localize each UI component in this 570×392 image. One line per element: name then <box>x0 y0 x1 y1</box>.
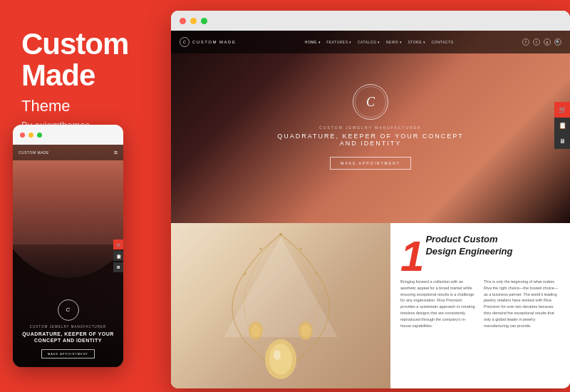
desktop-dot-red <box>180 18 186 24</box>
facebook-icon[interactable]: f <box>522 38 529 46</box>
product-desc-cols: Bringing forward a collection with an ae… <box>400 279 560 329</box>
desktop-cart-icon[interactable]: 🛒 <box>554 102 570 118</box>
desktop-titlebar <box>171 11 570 31</box>
hero-badge-decor <box>355 86 386 118</box>
mobile-dot-red <box>20 133 25 138</box>
nav-social-icons: f t p 🔍 <box>522 38 561 46</box>
desktop-nav: C CUSTOM MADE HOME ▾ FEATURES ▾ CATALOG … <box>171 31 570 53</box>
nav-link-contacts[interactable]: CONTACTS <box>431 40 453 44</box>
svg-point-6 <box>301 324 311 337</box>
desktop-dot-yellow <box>190 18 197 24</box>
mobile-titlebar <box>13 125 123 145</box>
nav-link-store[interactable]: STORE ▾ <box>408 40 425 44</box>
hero-tagline-small: CUSTOM JEWELRY MANUFACTURER <box>319 125 421 130</box>
svg-point-9 <box>300 248 302 250</box>
hero-appointment-button[interactable]: MAKE APPOINTMENT <box>330 157 410 170</box>
mobile-badge: C <box>58 299 79 321</box>
nav-link-news[interactable]: NEWS ▾ <box>386 40 402 44</box>
nav-logo: C CUSTOM MADE <box>180 37 236 47</box>
hero-headline: QUADRATURE, KEEPER OF YOUR CONCEPT AND I… <box>271 133 470 147</box>
mobile-content: CUSTOM MADE ≡ C CUSTOM JEWELRY MANUFACTU… <box>13 145 123 367</box>
nav-link-features[interactable]: FEATURES ▾ <box>326 40 352 44</box>
desktop-content: C CUSTOM MADE HOME ▾ FEATURES ▾ CATALOG … <box>171 31 570 388</box>
mobile-logo-text: CUSTOM MADE <box>19 150 49 155</box>
svg-point-8 <box>260 248 262 250</box>
nav-links: HOME ▾ FEATURES ▾ CATALOG ▾ NEWS ▾ STORE… <box>305 40 454 44</box>
product-number: 1 <box>400 237 424 276</box>
nav-link-home[interactable]: HOME ▾ <box>305 40 321 44</box>
jewelry-container <box>171 223 390 388</box>
mobile-dot-green <box>37 133 42 138</box>
nav-logo-text: CUSTOM MADE <box>192 40 236 44</box>
product-desc-text-2: This is only the beginning of what makes… <box>484 279 560 329</box>
nav-link-catalog[interactable]: CATALOG ▾ <box>358 40 380 44</box>
pinterest-icon[interactable]: p <box>544 38 551 46</box>
mobile-headline: QUADRATURE, KEEPER OF YOUR CONCEPT AND I… <box>13 331 123 344</box>
bottom-image-section <box>171 223 390 388</box>
desktop-screen-icon[interactable]: 🖥 <box>554 133 570 149</box>
mobile-screen-icon[interactable]: 🖥 <box>113 262 123 272</box>
desktop-dot-green <box>201 18 207 24</box>
mobile-list-icon[interactable]: 📋 <box>113 251 123 261</box>
desktop-sidebar-icons: 🛒 📋 🖥 <box>554 102 570 149</box>
brand-title: Custom Made <box>21 29 142 91</box>
mobile-tagline-small: CUSTOM JEWELRY MANUFACTURER <box>30 325 107 329</box>
mobile-header-bar: CUSTOM MADE ≡ <box>13 145 123 160</box>
hamburger-icon[interactable]: ≡ <box>114 149 118 156</box>
hero-badge-circle: C <box>353 84 388 120</box>
mobile-badge-letter: C <box>66 306 71 313</box>
mobile-appointment-button[interactable]: MAKE APPOINTMENT <box>41 349 95 359</box>
mobile-sidebar-icons: 🛒 📋 🖥 <box>113 239 123 272</box>
desktop-bottom: 1 Product Custom Design Engineering Brin… <box>171 223 570 388</box>
mobile-overlay: C CUSTOM JEWELRY MANUFACTURER QUADRATURE… <box>13 244 123 367</box>
hero-center-badge: C CUSTOM JEWELRY MANUFACTURER QUADRATURE… <box>271 84 470 170</box>
product-title-block: 1 Product Custom Design Engineering <box>400 234 560 276</box>
search-icon[interactable]: 🔍 <box>554 38 561 46</box>
product-desc-text-1: Bringing forward a collection with an ae… <box>400 279 477 329</box>
product-desc-col2: This is only the beginning of what makes… <box>484 279 560 329</box>
product-title: Product Custom Design Engineering <box>400 234 560 258</box>
svg-point-4 <box>251 324 261 337</box>
svg-point-7 <box>279 233 282 236</box>
desktop-mockup: C CUSTOM MADE HOME ▾ FEATURES ▾ CATALOG … <box>171 11 570 388</box>
mobile-dot-yellow <box>28 133 33 138</box>
svg-point-10 <box>244 273 247 275</box>
necklace-svg <box>209 227 352 384</box>
desktop-list-icon[interactable]: 📋 <box>554 118 570 133</box>
nav-logo-circle: C <box>180 37 190 47</box>
bottom-text-section: 1 Product Custom Design Engineering Brin… <box>390 223 570 388</box>
brand-subtitle: Theme <box>21 97 142 115</box>
nav-logo-letter: C <box>183 40 186 44</box>
svg-point-2 <box>274 350 281 360</box>
mobile-cart-icon[interactable]: 🛒 <box>113 239 123 249</box>
product-desc-col1: Bringing forward a collection with an ae… <box>400 279 477 329</box>
mobile-mockup: CUSTOM MADE ≡ C CUSTOM JEWELRY MANUFACTU… <box>13 125 123 367</box>
svg-point-1 <box>269 344 292 375</box>
svg-point-11 <box>316 273 318 275</box>
desktop-hero: C CUSTOM MADE HOME ▾ FEATURES ▾ CATALOG … <box>171 31 570 223</box>
twitter-icon[interactable]: t <box>533 38 540 46</box>
